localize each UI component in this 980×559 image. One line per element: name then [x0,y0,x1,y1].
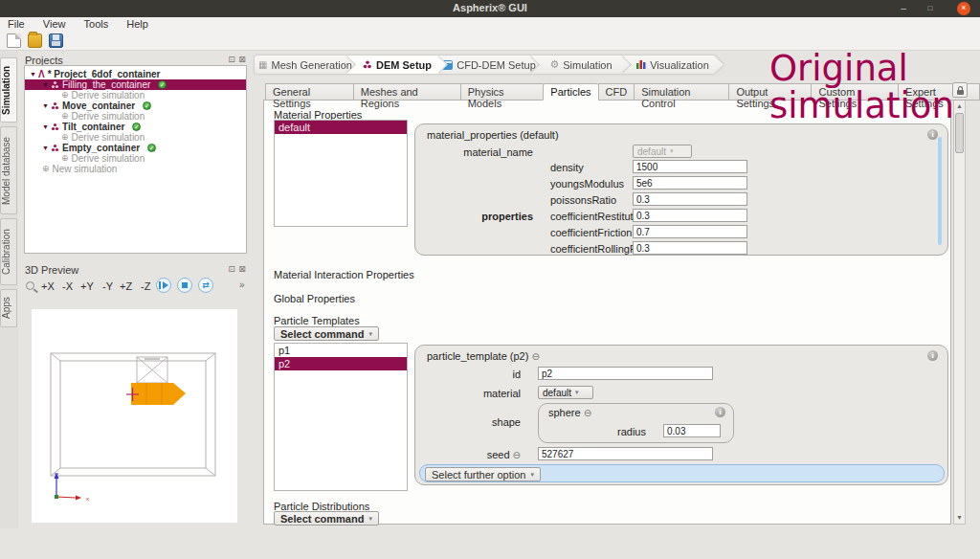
coefficient-restitution-input[interactable] [633,209,747,222]
expander-icon[interactable]: ▼ [42,101,51,111]
info-icon[interactable]: i [927,350,938,361]
expander-icon[interactable]: ▼ [42,122,51,132]
tree-item-project[interactable]: ▼ Λ * Project_6dof_container [25,69,246,79]
side-tab-model-database[interactable]: Model database [0,126,17,214]
chevron-down-icon: ▾ [368,515,372,523]
material-label: material [415,388,521,399]
material-list-item-default[interactable]: default [275,121,407,134]
maximize-button[interactable]: □ [923,1,938,16]
template-list-item-p1[interactable]: p1 [275,344,407,357]
coefficient-friction-input[interactable] [633,225,747,238]
youngs-modulus-input[interactable] [633,176,747,190]
vertical-scrollbar[interactable]: ▲ ▼ [953,100,966,525]
tree-item-move-container[interactable]: ▼ Move_container ✓ [25,101,246,111]
info-icon[interactable]: i [715,407,725,417]
view-plus-y-button[interactable]: +Y [80,280,94,292]
aspherix-logo-icon: Λ [38,69,45,79]
titlebar: Aspherix® GUI – □ × [0,0,980,17]
material-group-title: material_properties (default) [427,129,559,141]
poissons-ratio-input[interactable] [633,192,747,206]
simulation-particles-icon [51,101,59,110]
density-input[interactable] [633,160,747,173]
tree-item-filling-container[interactable]: ▼ Filling_the_container ✓ [25,79,246,90]
minimize-button[interactable]: – [896,1,911,16]
workflow-step-dem-setup[interactable]: DEM Setup [346,56,448,74]
side-tab-calibration[interactable]: Calibration [0,218,17,285]
view-minus-z-button[interactable]: -Z [141,280,150,292]
float-panel-icon[interactable]: ⊡ [227,264,236,274]
radius-input[interactable] [663,424,721,437]
select-command-button[interactable]: Select command ▾ [274,511,379,525]
tab-general-settings[interactable]: General Settings [265,83,353,101]
shape-label: shape [415,416,521,428]
open-folder-icon[interactable] [28,34,42,48]
view-minus-y-button[interactable]: -Y [102,280,113,292]
view-plus-x-button[interactable]: +X [41,280,55,292]
view-plus-z-button[interactable]: +Z [120,280,132,292]
menu-file[interactable]: File [0,17,33,31]
scroll-up-icon[interactable]: ▲ [954,101,965,112]
expander-icon[interactable]: ▼ [42,79,51,90]
tree-item-derive-simulation[interactable]: ⊕ Derive simulation [25,132,246,143]
coefficient-rolling-friction-input[interactable] [633,241,747,255]
material-list: default [274,120,408,227]
play-preview-button[interactable] [156,278,171,293]
group-scroll-indicator[interactable] [938,137,942,245]
close-panel-icon[interactable]: ⊠ [237,264,247,274]
expander-icon[interactable]: ▼ [42,143,51,153]
seed-input[interactable] [538,447,713,460]
zoom-fit-icon[interactable] [26,281,34,290]
lock-button[interactable] [952,82,968,98]
id-input[interactable] [538,367,713,380]
tree-item-empty-container[interactable]: ▼ Empty_container ✓ [25,143,246,153]
workflow-step-cfd-dem-setup[interactable]: CFD-DEM Setup [438,56,540,74]
youngs-modulus-label: youngsModulus [550,178,624,190]
play-icon [159,281,161,289]
window-title: Aspherix® GUI [0,2,980,13]
collapse-minus-icon[interactable]: ⊖ [531,351,539,362]
select-command-button[interactable]: Select command ▾ [274,326,379,341]
tab-meshes-and-regions[interactable]: Meshes and Regions [353,83,460,101]
menu-view[interactable]: View [35,17,74,31]
select-further-option-button[interactable]: Select further option ▾ [425,467,541,481]
tab-particles[interactable]: Particles [543,83,597,101]
menu-tools[interactable]: Tools [77,17,117,31]
material-name-dropdown[interactable]: default ▾ [633,145,692,158]
template-list-item-p2[interactable]: p2 [275,357,407,370]
expander-icon[interactable]: ▼ [30,69,38,79]
tree-item-new-simulation[interactable]: ⊕ New simulation [25,164,246,174]
collapse-minus-icon[interactable]: ⊖ [584,408,591,418]
scrollbar-thumb[interactable] [955,113,964,153]
tree-item-derive-simulation[interactable]: ⊕ Derive simulation [25,153,246,164]
stop-preview-button[interactable] [177,278,192,293]
info-icon[interactable]: i [927,129,938,140]
new-file-icon[interactable] [7,34,21,48]
project-tree: ▼ Λ * Project_6dof_container ▼ Filling_t… [24,65,247,254]
side-tab-apps[interactable]: Apps [0,289,17,327]
close-button[interactable]: × [957,2,970,15]
container-wireframe [51,353,215,476]
refresh-preview-button[interactable]: ⇄ [198,278,213,293]
tree-item-derive-simulation[interactable]: ⊕ Derive simulation [25,90,246,101]
3d-preview-canvas[interactable]: x [32,309,237,523]
workflow-step-mesh-generation[interactable]: ▦ Mesh Generation [255,56,356,74]
tab-physics-models[interactable]: Physics Models [460,83,544,101]
particle-templates-label: Particle Templates [274,315,360,326]
workflow-step-visualization[interactable]: Visualization [622,56,724,74]
toolbar-overflow-icon[interactable]: » [239,280,245,290]
tab-cfd[interactable]: CFD [598,83,635,101]
float-panel-icon[interactable]: ⊡ [227,55,236,64]
workflow-step-simulation[interactable]: ⚙ Simulation [530,56,632,74]
save-icon[interactable] [49,34,63,48]
view-minus-x-button[interactable]: -X [62,280,73,292]
material-dropdown[interactable]: default ▾ [538,386,593,399]
menu-help[interactable]: Help [119,17,156,31]
side-tab-simulation[interactable]: Simulation [0,57,17,123]
tree-item-tilt-container[interactable]: ▼ Tilt_container ✓ [25,122,246,132]
scroll-down-icon[interactable]: ▼ [954,512,965,524]
collapse-minus-icon[interactable]: ⊖ [513,450,521,460]
close-panel-icon[interactable]: ⊠ [237,55,247,64]
particles-settings-page: Material Properties default material_pro… [263,100,951,525]
tree-item-derive-simulation[interactable]: ⊕ Derive simulation [25,111,246,122]
tab-simulation-control[interactable]: Simulation Control [634,83,728,101]
